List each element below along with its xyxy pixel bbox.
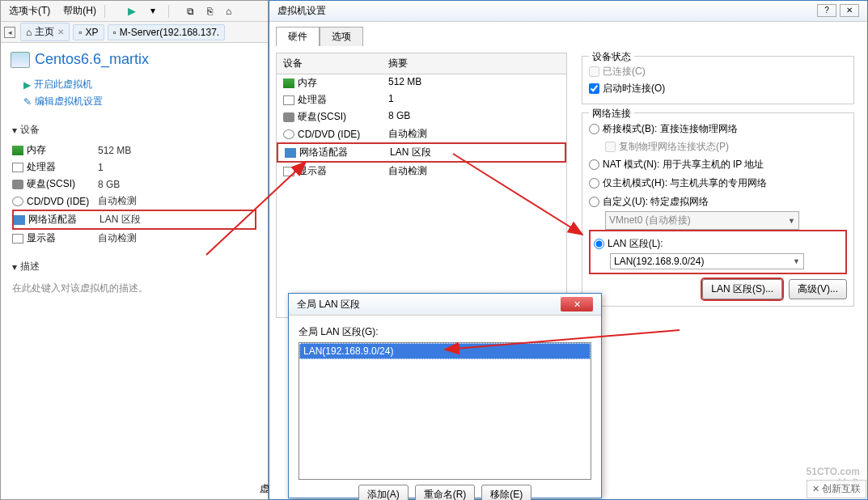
bridged-label: 桥接模式(B): 直接连接物理网络 <box>603 122 738 136</box>
start-vm-label: 开启此虚拟机 <box>34 78 92 91</box>
device-network[interactable]: 网络适配器LAN 区段 <box>12 210 256 230</box>
custom-radio[interactable] <box>589 197 599 207</box>
lan-segments-listbox[interactable]: LAN(192.168.9.0/24) <box>299 342 591 480</box>
play-icon: ▶ <box>23 79 31 91</box>
display-icon <box>12 234 23 244</box>
vm-icon: ▫ <box>113 27 116 38</box>
replicate-label: 复制物理网络连接状态(P) <box>619 140 729 154</box>
lan-segments-button[interactable]: LAN 区段(S)... <box>702 279 782 299</box>
close-button[interactable]: ✕ <box>840 4 859 17</box>
lan-dialog-title: 全局 LAN 区段 <box>297 298 360 311</box>
vm-title: Centos6.6_martix <box>35 51 149 68</box>
replicate-checkbox <box>605 142 616 152</box>
dev-row-memory[interactable]: 内存512 MB <box>277 74 566 91</box>
main-menu: 选项卡(T) 帮助(H) ▶ ▾ ⧉ ⎘ ⌂ <box>1 1 268 22</box>
settings-title-text: 虚拟机设置 <box>277 4 326 18</box>
dev-row-cd[interactable]: CD/DVD (IDE)自动检测 <box>277 125 566 142</box>
edit-vm-label: 编辑虚拟机设置 <box>35 95 103 108</box>
tab-xp-label: XP <box>86 27 99 38</box>
sidebar-toggle[interactable]: ◂ <box>4 27 15 38</box>
tab-home[interactable]: ⌂ 主页 ✕ <box>20 23 70 41</box>
vm-pc-icon <box>11 52 30 68</box>
remove-button[interactable]: 移除(E) <box>481 485 531 500</box>
network-group-label: 网络连接 <box>589 107 634 121</box>
devices-section-title[interactable]: ▾ 设备 <box>12 123 256 137</box>
hostonly-radio[interactable] <box>589 178 599 189</box>
device-memory[interactable]: 内存512 MB <box>12 142 256 159</box>
connect-on-start-checkbox[interactable] <box>589 83 599 94</box>
network-icon <box>285 148 296 158</box>
nat-label: NAT 模式(N): 用于共享主机的 IP 地址 <box>603 158 764 172</box>
nat-radio[interactable] <box>589 159 599 170</box>
memory-icon <box>12 146 23 155</box>
toolbar-icon[interactable]: ⌂ <box>221 4 236 19</box>
vm-title-row: Centos6.6_martix <box>1 43 268 76</box>
device-list-header: 设备 摘要 <box>277 53 566 74</box>
tab-strip: ◂ ⌂ 主页 ✕ ▫ XP ▫ M-Server(192.168.137. <box>1 22 268 43</box>
play-icon[interactable]: ▶ <box>123 3 141 19</box>
device-cpu[interactable]: 处理器1 <box>12 159 256 176</box>
menu-help[interactable]: 帮助(H) <box>58 2 101 19</box>
devices-section: ▾ 设备 内存512 MB 处理器1 硬盘(SCSI)8 GB CD/DVD (… <box>1 117 268 253</box>
device-list-panel: 设备 摘要 内存512 MB 处理器1 硬盘(SCSI)8 GB CD/DVD … <box>276 53 567 318</box>
network-icon <box>14 215 25 225</box>
hdd-icon <box>12 180 23 189</box>
vm-actions: ▶开启此虚拟机 ✎编辑虚拟机设置 <box>1 76 268 117</box>
cd-icon <box>12 197 23 206</box>
device-display[interactable]: 显示器自动检测 <box>12 230 256 247</box>
col-device: 设备 <box>277 53 382 74</box>
cpu-icon <box>12 163 23 172</box>
bridged-radio[interactable] <box>589 124 599 134</box>
tab-xp[interactable]: ▫ XP <box>73 24 104 40</box>
settings-tabs: 硬件 选项 <box>269 22 867 46</box>
chevron-down-icon: ▼ <box>793 257 800 265</box>
edit-icon: ✎ <box>23 96 32 108</box>
vm-icon: ▫ <box>78 27 82 38</box>
description-text[interactable]: 在此处键入对该虚拟机的描述。 <box>12 278 256 299</box>
start-vm-link[interactable]: ▶开启此虚拟机 <box>23 76 256 93</box>
menu-tabs[interactable]: 选项卡(T) <box>4 2 55 19</box>
memory-icon <box>283 78 294 88</box>
network-connection-group: 网络连接 桥接模式(B): 直接连接物理网络 复制物理网络连接状态(P) NAT… <box>582 112 854 307</box>
dev-row-hdd[interactable]: 硬盘(SCSI)8 GB <box>277 108 566 125</box>
global-lan-segments-dialog: 全局 LAN 区段 ✕ 全局 LAN 区段(G): LAN(192.168.9.… <box>288 293 602 498</box>
dev-row-display[interactable]: 显示器自动检测 <box>277 163 566 180</box>
add-button[interactable]: 添加(A) <box>358 485 409 500</box>
cpu-icon <box>283 95 294 105</box>
dev-row-network[interactable]: 网络适配器LAN 区段 <box>277 142 566 163</box>
col-summary: 摘要 <box>382 53 414 74</box>
chevron-down-icon: ▼ <box>788 217 795 225</box>
tab-mserver[interactable]: ▫ M-Server(192.168.137. <box>108 24 226 40</box>
toolbar-icon[interactable]: ⎘ <box>202 4 218 19</box>
rename-button[interactable]: 重命名(R) <box>415 485 476 500</box>
hdd-icon <box>283 112 294 122</box>
connected-checkbox <box>589 66 599 77</box>
cd-icon <box>283 129 294 139</box>
vmware-main-window: 选项卡(T) 帮助(H) ▶ ▾ ⧉ ⎘ ⌂ ◂ ⌂ 主页 ✕ ▫ XP ▫ M… <box>0 0 269 500</box>
edit-vm-link[interactable]: ✎编辑虚拟机设置 <box>23 93 256 110</box>
lan-segment-radio[interactable] <box>594 239 604 249</box>
lan-segment-label: LAN 区段(L): <box>608 237 663 251</box>
description-section: ▾ 描述 在此处键入对该虚拟机的描述。 <box>1 253 268 305</box>
lan-list-item[interactable]: LAN(192.168.9.0/24) <box>299 343 591 359</box>
toolbar-icon[interactable]: ⧉ <box>182 4 199 19</box>
tab-options[interactable]: 选项 <box>320 27 363 46</box>
description-section-title[interactable]: ▾ 描述 <box>12 260 256 273</box>
connect-on-label: 启动时连接(O) <box>603 82 665 95</box>
dev-row-cpu[interactable]: 处理器1 <box>277 91 566 108</box>
close-icon[interactable]: ✕ <box>57 28 64 36</box>
lan-segment-combo[interactable]: LAN(192.168.9.0/24)▼ <box>610 253 804 269</box>
lan-list-label: 全局 LAN 区段(G): <box>299 325 591 339</box>
dropdown-icon[interactable]: ▾ <box>146 3 160 19</box>
display-icon <box>283 167 294 176</box>
device-hdd[interactable]: 硬盘(SCSI)8 GB <box>12 176 256 193</box>
help-button[interactable]: ? <box>817 4 836 17</box>
lan-dialog-titlebar: 全局 LAN 区段 ✕ <box>289 294 601 316</box>
tab-home-label: 主页 <box>35 25 54 39</box>
tab-hardware[interactable]: 硬件 <box>276 27 320 46</box>
device-config-panel: 设备状态 已连接(C) 启动时连接(O) 网络连接 桥接模式(B): 直接连接物… <box>575 53 861 318</box>
close-button[interactable]: ✕ <box>561 297 593 311</box>
advanced-button[interactable]: 高级(V)... <box>789 279 847 299</box>
connected-label: 已连接(C) <box>603 65 646 78</box>
device-cd[interactable]: CD/DVD (IDE)自动检测 <box>12 193 256 210</box>
